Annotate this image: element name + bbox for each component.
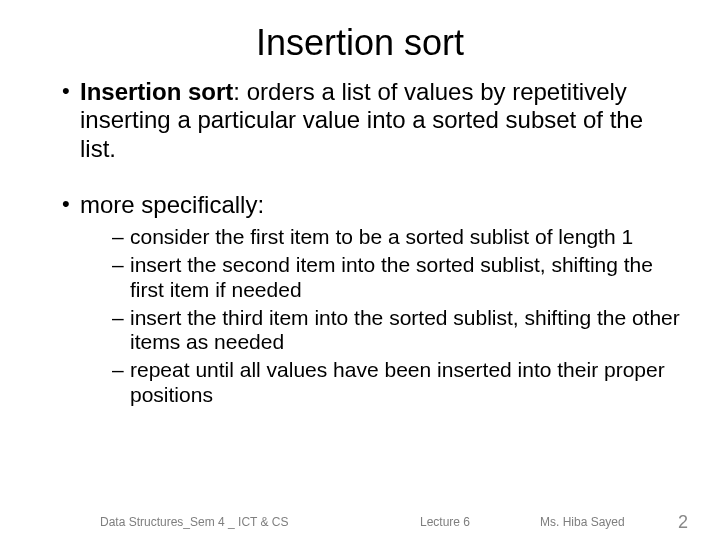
sub-bullet-item: repeat until all values have been insert… [112,358,680,408]
bullet-item: more specifically: consider the first it… [62,191,680,408]
footer-middle: Lecture 6 [420,515,470,529]
bullet-lead: Insertion sort [80,78,233,105]
slide-title: Insertion sort [40,22,680,64]
bullet-item: Insertion sort: orders a list of values … [62,78,680,163]
bullet-text: more specifically: [80,191,264,218]
slide-number: 2 [678,512,688,533]
sub-bullet-list: consider the first item to be a sorted s… [80,225,680,407]
slide: Insertion sort Insertion sort: orders a … [0,0,720,540]
footer-left: Data Structures_Sem 4 _ ICT & CS [100,515,289,529]
footer-right: Ms. Hiba Sayed [540,515,625,529]
sub-bullet-item: insert the second item into the sorted s… [112,253,680,303]
sub-bullet-item: insert the third item into the sorted su… [112,306,680,356]
sub-bullet-item: consider the first item to be a sorted s… [112,225,680,250]
bullet-list: Insertion sort: orders a list of values … [40,78,680,408]
